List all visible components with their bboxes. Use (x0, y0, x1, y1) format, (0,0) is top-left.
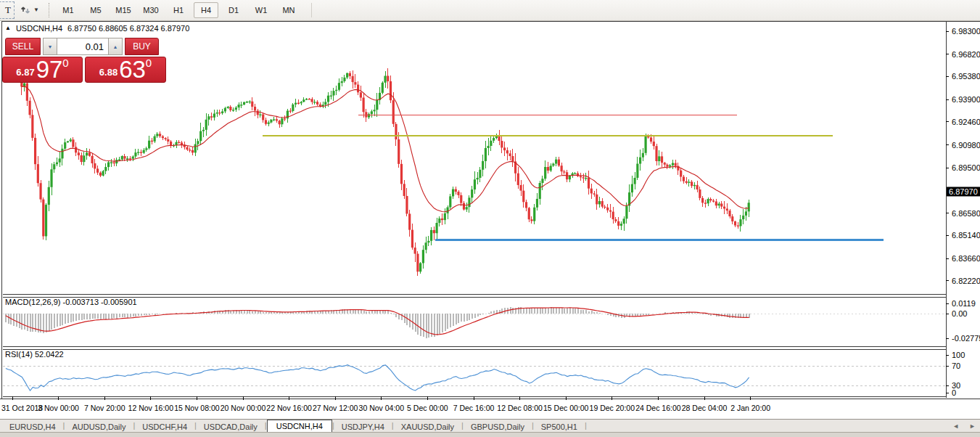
price-axis-label: 6.96820 (952, 50, 980, 59)
symbol-tab-usdjpy[interactable]: USDJPY,H4 (334, 421, 392, 432)
symbol-title: USDCNH,H4 (16, 24, 62, 33)
volume-decrease-button[interactable]: ▼ (43, 38, 57, 55)
timeframe-button-m1[interactable]: M1 (56, 2, 81, 18)
date-label: 19 Dec 20:00 (590, 404, 635, 412)
top-toolbar: T ▼ M1M5M15M30H1H4D1W1MN (0, 0, 980, 21)
tab-scroll-right-icon[interactable]: ► (969, 422, 976, 430)
rsi-axis-label: 100 (952, 351, 965, 359)
symbol-ohlc-values: 6.87750 6.88605 6.87324 6.87970 (67, 24, 189, 33)
sell-price-panel[interactable]: 6.87 97 0 (2, 57, 83, 83)
date-label: 22 Nov 16:00 (266, 404, 312, 412)
current-price-label: 6.87970 (949, 187, 978, 196)
symbol-tab-gbpusd[interactable]: GBPUSD,Daily (464, 421, 532, 432)
text-tool-icon: T (5, 4, 11, 16)
date-label: 12 Dec 08:00 (497, 404, 543, 412)
status-strip (0, 432, 980, 437)
sell-price-pips: 97 (36, 59, 63, 81)
price-axis-label: 6.90980 (952, 141, 980, 150)
price-axis-label: 6.85140 (952, 231, 980, 240)
price-axis-label: 6.82220 (952, 277, 980, 285)
date-label: 7 Nov 20:00 (84, 404, 125, 412)
chart-header: ▲ USDCNH,H4 6.87750 6.88605 6.87324 6.87… (5, 24, 189, 33)
buy-price-prefix: 6.88 (99, 67, 118, 78)
collapse-arrow-icon[interactable]: ▲ (5, 25, 11, 31)
date-label: 7 Dec 16:00 (453, 404, 495, 412)
macd-axis-label: -0.027754 (952, 334, 980, 343)
moving-average-line (22, 86, 749, 212)
price-axis-label: 6.93900 (952, 95, 980, 104)
volume-input[interactable] (57, 38, 108, 55)
spinner-up-icon: ▲ (113, 44, 118, 49)
macd-axis-label: 0.0119 (952, 299, 976, 308)
toolbar-section-separator (311, 3, 312, 17)
macd-histogram (6, 307, 749, 338)
buy-price-panel[interactable]: 6.88 63 0 (85, 57, 166, 83)
symbol-tab-eurusd[interactable]: EURUSD,H4 (2, 421, 63, 432)
symbol-tab-usdcnh[interactable]: USDCNH,H4 (267, 420, 332, 432)
price-axis-label: 6.92460 (952, 118, 980, 126)
sell-button[interactable]: SELL (5, 38, 41, 55)
arrange-windows-button[interactable]: ▼ (17, 2, 42, 18)
price-axis-label: 6.98300 (952, 27, 980, 36)
timeframe-button-h1[interactable]: H1 (166, 2, 191, 18)
date-label: 30 Nov 04:00 (359, 404, 405, 412)
rsi-line (6, 365, 749, 391)
volume-increase-button[interactable]: ▲ (108, 38, 123, 55)
buy-price-pips: 63 (119, 59, 146, 81)
candles-layer (20, 68, 750, 276)
sell-price-prefix: 6.87 (16, 67, 34, 78)
date-label: 15 Nov 08:00 (174, 404, 220, 412)
buy-price-point: 0 (146, 58, 152, 68)
date-label: 5 Dec 00:00 (407, 404, 448, 412)
timeframe-button-group: M1M5M15M30H1H4D1W1MN (54, 2, 302, 18)
macd-label: MACD(12,26,9) -0.003713 -0.005901 (5, 298, 137, 306)
sell-price-point: 0 (62, 58, 68, 68)
timeframe-button-m30[interactable]: M30 (139, 2, 163, 18)
rsi-panel[interactable]: 10070300 (0, 347, 980, 398)
buy-button[interactable]: BUY (125, 38, 159, 55)
price-axis-label: 6.86580 (952, 209, 980, 218)
timeframe-button-m15[interactable]: M15 (111, 2, 136, 18)
date-label: 12 Nov 16:00 (128, 404, 174, 412)
symbol-tab-audusd[interactable]: AUDUSD,Daily (65, 421, 133, 432)
date-label: 31 Oct 2018 (1, 404, 43, 412)
tab-scroll-left-icon[interactable]: ◄ (952, 422, 959, 430)
text-tool-button[interactable]: T (0, 1, 15, 19)
macd-axis-label: 0.00 (952, 309, 967, 318)
toolbar-separator (49, 3, 49, 17)
mt4-terminal: T ▼ M1M5M15M30H1H4D1W1MN 6.983006.968206… (0, 0, 980, 437)
date-label: 15 Dec 00:00 (543, 404, 589, 412)
date-label: 28 Dec 04:00 (682, 404, 728, 412)
date-axis[interactable]: 31 Oct 20183 Nov 00:007 Nov 20:0012 Nov … (0, 396, 980, 419)
price-axis-label: 6.95380 (952, 72, 980, 81)
price-axis-label: 6.83660 (952, 254, 980, 263)
dropdown-caret-icon: ▼ (33, 7, 39, 13)
symbol-tab-usdchf[interactable]: USDCHF,H4 (135, 421, 194, 432)
timeframe-button-w1[interactable]: W1 (249, 2, 273, 18)
date-label: 2 Jan 20:00 (730, 404, 770, 412)
symbol-tab-sp500[interactable]: SP500,H1 (534, 421, 585, 432)
symbol-tab-xauusd[interactable]: XAUUSD,Daily (394, 421, 461, 432)
date-label: 20 Nov 00:00 (221, 404, 266, 412)
one-click-trade-widget: SELL ▼ ▲ BUY 6.87 97 0 6.88 63 0 (2, 38, 168, 83)
symbol-tab-usdcad[interactable]: USDCAD,Daily (197, 421, 265, 432)
macd-panel[interactable]: 0.01190.00-0.027754 (0, 295, 980, 348)
date-label: 3 Nov 00:00 (38, 404, 79, 412)
timeframe-button-h4[interactable]: H4 (194, 2, 218, 18)
symbol-tab-bar: EURUSD,H4|AUDUSD,Daily|USDCHF,H4|USDCAD,… (0, 419, 980, 432)
rsi-axis-label: 70 (952, 362, 960, 370)
spinner-down-icon: ▼ (48, 44, 53, 49)
rsi-label: RSI(14) 52.0422 (5, 350, 64, 359)
timeframe-button-mn[interactable]: MN (276, 2, 301, 18)
price-axis-label: 6.89500 (952, 163, 980, 172)
date-label: 24 Dec 16:00 (635, 404, 681, 412)
tab-separator: | (585, 421, 587, 430)
timeframe-button-m5[interactable]: M5 (83, 2, 108, 18)
date-label: 27 Nov 12:00 (313, 404, 358, 412)
arrange-arrows-icon (20, 5, 31, 16)
timeframe-button-d1[interactable]: D1 (221, 2, 246, 18)
